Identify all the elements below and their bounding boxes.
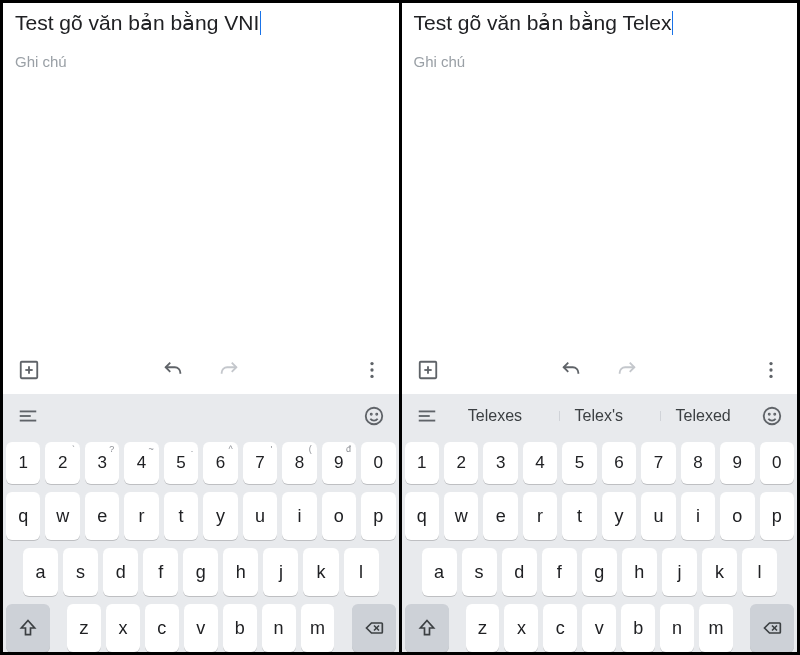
key-u[interactable]: u <box>641 492 675 540</box>
key-t[interactable]: t <box>164 492 198 540</box>
key-m[interactable]: m <box>301 604 335 652</box>
key-k[interactable]: k <box>702 548 737 596</box>
key-9[interactable]: 9 <box>720 442 754 484</box>
key-6[interactable]: 6 <box>602 442 636 484</box>
emoji-icon[interactable] <box>359 401 389 431</box>
key-u[interactable]: u <box>243 492 277 540</box>
key-s[interactable]: s <box>462 548 497 596</box>
key-l[interactable]: l <box>344 548 379 596</box>
key-7[interactable]: 7' <box>243 442 277 484</box>
key-f[interactable]: f <box>542 548 577 596</box>
key-k[interactable]: k <box>303 548 338 596</box>
add-box-icon[interactable] <box>15 356 43 384</box>
note-title: Test gõ văn bản bằng VNI <box>15 11 259 35</box>
key-t[interactable]: t <box>562 492 596 540</box>
key-j[interactable]: j <box>662 548 697 596</box>
key-v[interactable]: v <box>184 604 218 652</box>
note-title-line[interactable]: Test gõ văn bản bằng VNI <box>15 11 387 35</box>
more-vert-icon[interactable] <box>757 356 785 384</box>
key-f[interactable]: f <box>143 548 178 596</box>
key-6[interactable]: 6^ <box>203 442 237 484</box>
key-h[interactable]: h <box>223 548 258 596</box>
key-e[interactable]: e <box>85 492 119 540</box>
suggestion-item[interactable]: Telexes <box>462 407 528 425</box>
key-2[interactable]: 2` <box>45 442 79 484</box>
note-area[interactable]: Test gõ văn bản bằng Telex Ghi chú <box>402 3 798 346</box>
key-4[interactable]: 4~ <box>124 442 158 484</box>
key-b[interactable]: b <box>621 604 655 652</box>
key-q[interactable]: q <box>6 492 40 540</box>
key-s[interactable]: s <box>63 548 98 596</box>
key-8[interactable]: 8( <box>282 442 316 484</box>
suggestion-item[interactable]: Telexed <box>670 407 737 425</box>
key-hint: ? <box>109 444 114 454</box>
key-1[interactable]: 1 <box>6 442 40 484</box>
key-d[interactable]: d <box>103 548 138 596</box>
key-w[interactable]: w <box>45 492 79 540</box>
add-box-icon[interactable] <box>414 356 442 384</box>
key-9[interactable]: 9đ <box>322 442 356 484</box>
key-e[interactable]: e <box>483 492 517 540</box>
key-3[interactable]: 3 <box>483 442 517 484</box>
more-vert-icon[interactable] <box>358 356 386 384</box>
key-v[interactable]: v <box>582 604 616 652</box>
menu-icon[interactable] <box>13 401 43 431</box>
key-c[interactable]: c <box>543 604 577 652</box>
key-j[interactable]: j <box>263 548 298 596</box>
key-z[interactable]: z <box>466 604 500 652</box>
undo-icon[interactable] <box>159 356 187 384</box>
key-d[interactable]: d <box>502 548 537 596</box>
key-w[interactable]: w <box>444 492 478 540</box>
redo-icon[interactable] <box>215 356 243 384</box>
backspace-key[interactable] <box>352 604 396 652</box>
key-i[interactable]: i <box>681 492 715 540</box>
key-a[interactable]: a <box>23 548 58 596</box>
key-o[interactable]: o <box>322 492 356 540</box>
key-x[interactable]: x <box>504 604 538 652</box>
key-r[interactable]: r <box>523 492 557 540</box>
key-x[interactable]: x <box>106 604 140 652</box>
key-0[interactable]: 0 <box>361 442 395 484</box>
key-g[interactable]: g <box>582 548 617 596</box>
key-b[interactable]: b <box>223 604 257 652</box>
key-i[interactable]: i <box>282 492 316 540</box>
suggestion-item[interactable]: Telex's <box>569 407 629 425</box>
note-title-line[interactable]: Test gõ văn bản bằng Telex <box>414 11 786 35</box>
key-c[interactable]: c <box>145 604 179 652</box>
key-q[interactable]: q <box>405 492 439 540</box>
key-l[interactable]: l <box>742 548 777 596</box>
keyboard: Telexes Telex's Telexed 1234567890 qwert… <box>402 394 798 652</box>
keyboard-rows: 1234567890 qwertyuiop asdfghjkl zxcvbnm <box>402 438 798 652</box>
key-4[interactable]: 4 <box>523 442 557 484</box>
key-hint: ' <box>270 444 272 454</box>
key-p[interactable]: p <box>760 492 794 540</box>
menu-icon[interactable] <box>412 401 442 431</box>
key-2[interactable]: 2 <box>444 442 478 484</box>
key-r[interactable]: r <box>124 492 158 540</box>
key-g[interactable]: g <box>183 548 218 596</box>
shift-key[interactable] <box>6 604 50 652</box>
key-h[interactable]: h <box>622 548 657 596</box>
key-5[interactable]: 5. <box>164 442 198 484</box>
key-y[interactable]: y <box>602 492 636 540</box>
key-n[interactable]: n <box>262 604 296 652</box>
redo-icon[interactable] <box>613 356 641 384</box>
key-1[interactable]: 1 <box>405 442 439 484</box>
key-n[interactable]: n <box>660 604 694 652</box>
key-p[interactable]: p <box>361 492 395 540</box>
emoji-icon[interactable] <box>757 401 787 431</box>
undo-icon[interactable] <box>557 356 585 384</box>
key-5[interactable]: 5 <box>562 442 596 484</box>
key-0[interactable]: 0 <box>760 442 794 484</box>
key-z[interactable]: z <box>67 604 101 652</box>
key-y[interactable]: y <box>203 492 237 540</box>
key-3[interactable]: 3? <box>85 442 119 484</box>
note-area[interactable]: Test gõ văn bản bằng VNI Ghi chú <box>3 3 399 346</box>
key-7[interactable]: 7 <box>641 442 675 484</box>
shift-key[interactable] <box>405 604 449 652</box>
key-8[interactable]: 8 <box>681 442 715 484</box>
backspace-key[interactable] <box>750 604 794 652</box>
key-m[interactable]: m <box>699 604 733 652</box>
key-o[interactable]: o <box>720 492 754 540</box>
key-a[interactable]: a <box>422 548 457 596</box>
